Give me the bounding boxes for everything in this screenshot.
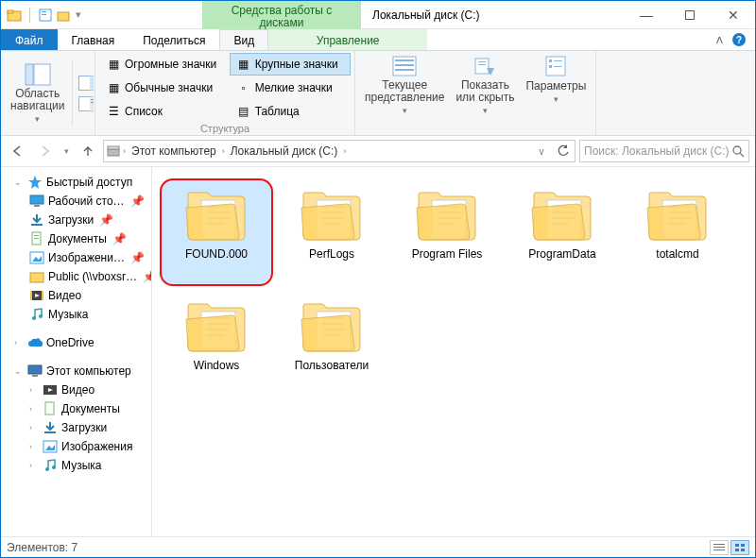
details-pane-icon[interactable] [78, 96, 94, 111]
show-hide-button[interactable]: Показать или скрыть▾ [450, 53, 520, 134]
folder-item[interactable]: PerfLogs [275, 178, 388, 286]
address-box[interactable]: › Этот компьютер › Локальный диск (C:) ›… [103, 140, 576, 162]
layout-huge-icons[interactable]: ▦Огромные значки [99, 53, 230, 76]
svg-rect-41 [30, 273, 43, 282]
search-box[interactable]: Поиск: Локальный диск (C:) [579, 140, 749, 162]
folder-icon [298, 187, 366, 244]
crumb-thispc[interactable]: Этот компьютер [128, 143, 220, 160]
ribbon-body: Область навигации ▾ ▦Огромные значки ▦Кр… [1, 51, 755, 136]
collapse-ribbon-icon[interactable]: ᐱ [716, 35, 723, 45]
layout-table[interactable]: ▤Таблица [230, 100, 351, 123]
svg-marker-32 [28, 176, 42, 189]
layout-small-icons[interactable]: ▫Мелкие значки [230, 76, 351, 99]
tree-onedrive[interactable]: ›OneDrive [1, 333, 151, 352]
svg-rect-20 [478, 61, 486, 62]
folder-label: FOUND.000 [185, 247, 248, 261]
folder-item[interactable]: Пользователи [275, 290, 388, 397]
crumb-chevron[interactable]: › [220, 146, 227, 156]
nav-forward-button[interactable] [33, 140, 56, 162]
svg-rect-4 [42, 14, 46, 15]
tree-thispc[interactable]: ⌄Этот компьютер [1, 362, 151, 380]
svg-rect-16 [395, 59, 414, 61]
nav-up-button[interactable] [77, 140, 99, 162]
layout-medium-icons[interactable]: ▦Обычные значки [99, 76, 230, 99]
layout-list[interactable]: ☰Список [99, 100, 230, 123]
current-view-button[interactable]: Текущее представление▾ [359, 53, 450, 134]
current-view-icon [391, 55, 418, 77]
ribbon-tabs: Файл Главная Поделиться Вид Управление ᐱ… [1, 29, 755, 51]
folder-item[interactable]: FOUND.000 [160, 178, 273, 286]
folder-item[interactable]: Windows [160, 290, 273, 397]
svg-rect-14 [91, 102, 94, 103]
maximize-button[interactable] [668, 1, 712, 28]
tree-pc-videos[interactable]: ›Видео [1, 380, 151, 399]
folder-label: totalcmd [656, 247, 698, 261]
search-icon[interactable] [731, 144, 745, 158]
svg-rect-34 [34, 205, 40, 207]
layout-table-icon: ▤ [236, 104, 251, 119]
qat-dropdown-icon[interactable]: ▾ [76, 8, 81, 21]
svg-rect-21 [478, 64, 486, 65]
pin-icon: 📌 [112, 232, 127, 245]
folder-label: ProgramData [528, 247, 595, 261]
layout-large-icons[interactable]: ▦Крупные значки [230, 53, 351, 76]
close-button[interactable]: ✕ [712, 1, 755, 28]
downloads-icon [43, 420, 58, 435]
options-button[interactable]: Параметры▾ [520, 53, 592, 134]
tree-documents[interactable]: Документы📌 [1, 229, 151, 248]
folder-icon [298, 298, 366, 355]
tree-quick-access[interactable]: ⌄Быстрый доступ [1, 173, 151, 192]
folder-app-icon [7, 8, 22, 23]
tree-music[interactable]: Музыка [1, 305, 151, 324]
minimize-button[interactable]: — [625, 1, 668, 28]
show-hide-icon [472, 55, 498, 77]
svg-rect-37 [34, 235, 39, 236]
svg-rect-44 [30, 291, 32, 300]
tree-public[interactable]: Public (\\vboxsr…📌 [1, 267, 151, 286]
tab-manage[interactable]: Управление [268, 29, 427, 50]
svg-rect-10 [90, 76, 94, 91]
navigation-pane-button[interactable]: Область навигации ▾ [5, 61, 70, 126]
music-icon [43, 458, 58, 473]
videos-icon [29, 288, 44, 303]
tree-pc-downloads[interactable]: ›Загрузки [1, 418, 151, 437]
tab-file[interactable]: Файл [1, 29, 58, 50]
tree-pictures[interactable]: Изображени…📌 [1, 248, 151, 267]
refresh-icon[interactable] [554, 142, 573, 161]
folder-item[interactable]: ProgramData [506, 178, 619, 286]
tree-desktop[interactable]: Рабочий сто…📌 [1, 192, 151, 211]
view-details-button[interactable] [710, 540, 729, 555]
tab-view[interactable]: Вид [219, 29, 268, 50]
crumb-drive[interactable]: Локальный диск (C:) [227, 143, 342, 160]
tree-pc-documents[interactable]: ›Документы [1, 399, 151, 418]
preview-pane-icon[interactable] [78, 76, 94, 91]
svg-rect-29 [108, 146, 119, 149]
tree-downloads[interactable]: Загрузки📌 [1, 211, 151, 229]
svg-rect-94 [713, 547, 725, 548]
folder-item[interactable]: totalcmd [621, 178, 734, 286]
tree-videos[interactable]: Видео [1, 286, 151, 305]
tab-share[interactable]: Поделиться [129, 29, 219, 50]
folder-label: Program Files [412, 247, 483, 261]
view-large-icons-button[interactable] [730, 540, 749, 555]
crumb-chevron[interactable]: › [341, 146, 348, 156]
tab-home[interactable]: Главная [58, 29, 129, 50]
tree-pc-music[interactable]: ›Музыка [1, 456, 151, 475]
svg-rect-6 [686, 10, 695, 19]
quick-access-toolbar: ▾ [1, 1, 87, 28]
properties-icon[interactable] [38, 8, 53, 23]
documents-icon [43, 401, 58, 416]
pin-icon: 📌 [130, 251, 145, 264]
nav-back-button[interactable] [7, 140, 29, 162]
tree-pc-pictures[interactable]: ›Изображения [1, 437, 151, 456]
nav-tree[interactable]: ⌄Быстрый доступ Рабочий сто…📌 Загрузки📌 … [1, 167, 152, 537]
folder-item[interactable]: Program Files [390, 178, 504, 286]
crumb-root-chevron[interactable]: › [121, 146, 128, 156]
svg-rect-35 [31, 224, 43, 226]
nav-history-dropdown[interactable]: ▾ [60, 140, 73, 162]
help-icon[interactable]: ? [732, 33, 746, 46]
addr-dropdown-icon[interactable]: v [532, 142, 551, 161]
new-folder-icon[interactable] [57, 8, 72, 23]
items-view[interactable]: FOUND.000 PerfLogs Program Files Program… [152, 167, 755, 537]
svg-rect-95 [713, 550, 725, 550]
